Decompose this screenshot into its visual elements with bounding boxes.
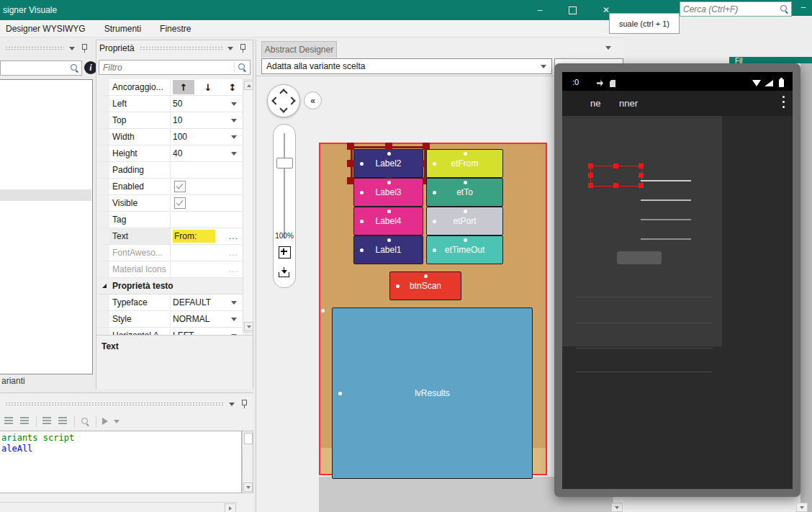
dropdown-caret-icon[interactable] xyxy=(231,301,237,305)
panel-menu-caret-icon[interactable] xyxy=(229,403,235,406)
resize-handle[interactable] xyxy=(639,163,644,169)
zoom-slider-thumb[interactable] xyxy=(276,158,293,169)
property-row-padding[interactable]: Padding xyxy=(99,162,243,179)
property-value[interactable]: From:... xyxy=(171,228,243,244)
resize-handle[interactable] xyxy=(347,160,354,167)
code-horizontal-scrollbar[interactable] xyxy=(0,502,238,512)
tab-abstract-designer[interactable]: Abstract Designer xyxy=(261,41,337,58)
property-grid-scrollbar[interactable] xyxy=(243,79,253,333)
resize-handle[interactable] xyxy=(613,163,618,169)
property-value[interactable]: 100 xyxy=(171,129,243,145)
global-search-input[interactable] xyxy=(680,4,780,14)
selection-frame[interactable] xyxy=(351,146,426,181)
property-row-width[interactable]: Width100 xyxy=(99,129,243,145)
property-value[interactable] xyxy=(171,195,243,211)
collapse-tools-button[interactable]: « xyxy=(304,91,322,109)
script-code-editor[interactable]: ariants scriptaleAll xyxy=(0,431,242,493)
checkbox[interactable] xyxy=(174,181,186,192)
resize-handle[interactable] xyxy=(347,143,354,150)
property-row-visible[interactable]: Visible xyxy=(99,195,243,212)
anchor-bottom-button[interactable]: ↓ xyxy=(197,80,219,94)
pan-right-icon[interactable] xyxy=(287,96,295,104)
property-value[interactable]: 50 xyxy=(171,96,243,112)
file-tab-fragment[interactable]: Fil xyxy=(729,57,812,63)
panel-menu-caret-icon[interactable] xyxy=(227,47,233,50)
dropdown-caret-icon[interactable] xyxy=(231,102,237,106)
scroll-down-arrow[interactable] xyxy=(243,482,253,492)
property-value[interactable]: 40 xyxy=(171,145,243,161)
phone-content[interactable] xyxy=(562,116,793,489)
background-window-minimize-button[interactable]: – xyxy=(795,0,812,14)
search-icon[interactable] xyxy=(238,63,247,72)
run-script-icon[interactable] xyxy=(102,418,108,425)
scrollbar-thumb[interactable] xyxy=(244,433,253,444)
indent-icon[interactable] xyxy=(58,417,68,426)
pan-control[interactable] xyxy=(267,84,300,117)
property-row-text[interactable]: TextFrom:... xyxy=(99,228,243,245)
menu-designer-wysiwyg[interactable]: Designer WYSIWYG xyxy=(6,24,86,34)
property-row-style[interactable]: StyleNORMAL xyxy=(99,311,243,328)
properties-filter-box[interactable] xyxy=(99,60,251,75)
phone-activity-area[interactable] xyxy=(562,116,722,346)
section-expander-icon[interactable] xyxy=(102,284,107,288)
outdent-icon[interactable] xyxy=(42,417,53,426)
resize-handle[interactable] xyxy=(639,183,644,188)
resize-handle[interactable] xyxy=(588,183,593,188)
property-row-left[interactable]: Left50 xyxy=(99,96,243,112)
checkbox[interactable] xyxy=(174,197,186,209)
property-value[interactable]: ↑↓↕ xyxy=(171,79,246,95)
pan-down-icon[interactable] xyxy=(279,104,287,112)
global-search-box[interactable] xyxy=(680,1,792,17)
edittext-underline[interactable] xyxy=(641,238,691,240)
designer-menu-caret-icon[interactable] xyxy=(605,46,611,50)
titlebar[interactable]: signer Visuale – ✕ xyxy=(0,0,623,20)
code-vertical-scrollbar[interactable] xyxy=(242,431,253,493)
pin-icon[interactable] xyxy=(239,44,246,53)
load-layout-button[interactable] xyxy=(276,264,292,280)
property-value[interactable] xyxy=(171,212,243,228)
search-icon[interactable] xyxy=(780,4,789,14)
uncomment-icon[interactable] xyxy=(20,417,30,426)
property-row-propriet-testo[interactable]: Proprietà testo xyxy=(99,278,243,295)
resize-handle[interactable] xyxy=(588,173,593,178)
property-row-top[interactable]: Top10 xyxy=(99,112,243,129)
pin-icon[interactable] xyxy=(81,44,88,53)
edittext-underline[interactable] xyxy=(641,180,691,181)
property-value[interactable] xyxy=(171,162,243,178)
pan-up-icon[interactable] xyxy=(279,89,287,96)
properties-filter-input[interactable] xyxy=(99,62,234,73)
resize-handle[interactable] xyxy=(385,143,392,150)
ellipsis-button[interactable]: ... xyxy=(229,264,238,274)
property-row-typeface[interactable]: TypefaceDEFAULT xyxy=(99,295,243,311)
overflow-menu-icon[interactable] xyxy=(782,96,785,98)
edittext-underline[interactable] xyxy=(641,219,691,220)
views-panel-header[interactable] xyxy=(0,41,94,55)
ellipsis-button[interactable]: ... xyxy=(229,248,238,258)
anchor-both-button[interactable]: ↕ xyxy=(222,80,243,94)
wysiwyg-button[interactable] xyxy=(617,251,662,264)
designer-control-lvResults[interactable]: lvResults xyxy=(332,307,533,479)
property-value[interactable]: 10 xyxy=(171,112,243,128)
property-value[interactable]: ... xyxy=(171,245,243,261)
zoom-slider-track[interactable] xyxy=(284,133,285,238)
menu-finestre[interactable]: Finestre xyxy=(160,24,191,34)
property-row-enabled[interactable]: Enabled xyxy=(99,179,243,195)
property-value[interactable] xyxy=(171,179,243,194)
property-row-height[interactable]: Height40 xyxy=(99,145,243,162)
scroll-right-arrow[interactable] xyxy=(225,503,236,512)
resize-handle[interactable] xyxy=(639,173,644,178)
variant-dropdown[interactable]: Adatta alla variante scelta xyxy=(261,58,552,74)
variants-script-header[interactable] xyxy=(0,397,253,411)
pan-left-icon[interactable] xyxy=(271,96,279,104)
property-row-fontaweso-[interactable]: FontAweso...... xyxy=(99,245,243,261)
dropdown-caret-icon[interactable] xyxy=(231,152,237,156)
dropdown-caret-icon[interactable] xyxy=(231,119,237,122)
property-row-tag[interactable]: Tag xyxy=(99,212,243,228)
resize-handle[interactable] xyxy=(613,183,618,188)
menu-strumenti[interactable]: Strumenti xyxy=(104,24,141,34)
scroll-down-arrow[interactable] xyxy=(244,322,253,331)
tree-selected-row[interactable] xyxy=(0,189,91,201)
views-tree-list[interactable] xyxy=(0,79,93,374)
dropdown-caret-icon[interactable] xyxy=(231,135,237,139)
panel-menu-caret-icon[interactable] xyxy=(69,47,75,50)
